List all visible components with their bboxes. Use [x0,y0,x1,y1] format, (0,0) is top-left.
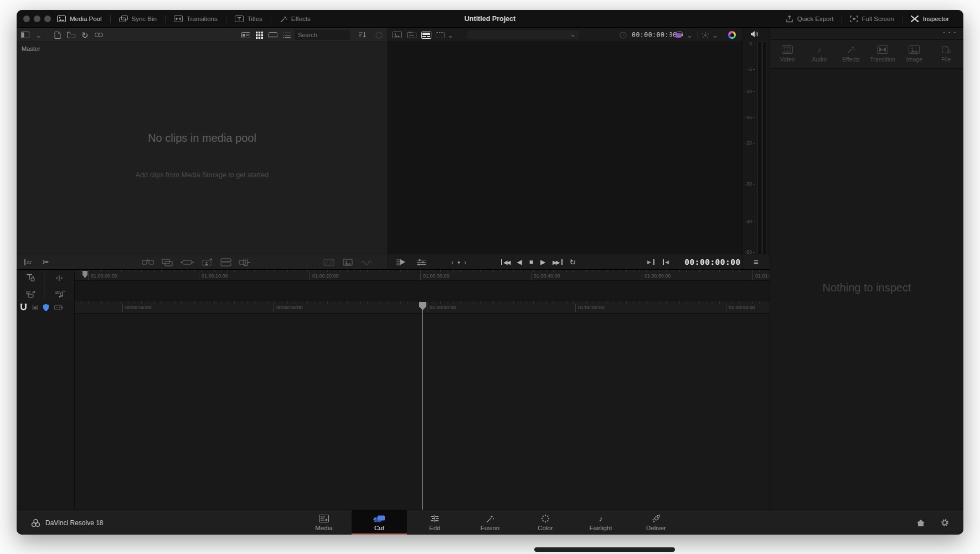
page-tab-edit[interactable]: Edit [407,510,462,535]
viewer-zoom-chevron-icon[interactable]: ⌄ [447,32,453,39]
smart-insert-icon[interactable] [142,258,154,266]
fairlight-page-icon: ♪ [599,514,603,523]
filmstrip-view-icon[interactable] [269,32,277,38]
ruler-label: 01:00:20:00 [310,273,339,280]
full-screen-button[interactable]: Full Screen [842,10,902,28]
timeline-options-menu-icon[interactable]: ≡ [742,254,770,269]
strip-view-icon[interactable] [241,32,250,38]
bin-name-label[interactable]: Master [22,45,40,52]
effects-toggle[interactable]: Effects [271,10,319,28]
sort-icon[interactable] [359,32,367,38]
play-button[interactable]: ▶ [540,259,545,265]
transitions-toggle[interactable]: Transitions [166,10,226,28]
titles-toggle[interactable]: Titles [226,10,271,28]
ripple-overwrite-icon[interactable] [180,258,194,266]
trim-tool[interactable]: ‹|› [45,270,74,285]
snapping-magnet-icon[interactable] [20,304,27,311]
fast-review-icon[interactable] [396,258,407,266]
boring-detector-icon[interactable]: zz [24,259,32,265]
close-window-button[interactable] [23,16,30,22]
track-header-area[interactable] [17,314,75,510]
source-overwrite-icon[interactable] [239,258,251,266]
inspector-options-icon[interactable]: • • • [943,30,957,35]
timeline-mode-icon[interactable] [421,32,431,39]
media-pool-toggle[interactable]: Media Pool [49,10,110,28]
stop-button[interactable]: ■ [529,259,533,265]
close-up-icon[interactable] [201,258,213,266]
source-clip-mode-icon[interactable] [393,32,402,38]
source-tape-mode-icon[interactable] [407,32,416,38]
inspector-tab-file[interactable]: File [932,45,961,63]
jog-forward-icon[interactable]: › [464,258,466,266]
marker-brackets-icon[interactable]: [◉] [32,305,38,310]
battery-icon[interactable] [54,305,63,310]
upper-timeline-ruler[interactable]: 01:00:00:00 01:00:10:00 01:00:20:00 01:0… [75,270,770,281]
meter-tick-40: -40 [745,219,755,224]
meter-tick-10: -10 [745,89,755,94]
search-input[interactable] [295,30,350,40]
timeline-selector-dropdown[interactable]: ⌄ [467,30,579,39]
add-transition-icon[interactable] [323,259,334,266]
inspector-tab-video[interactable]: Video [773,45,802,63]
append-icon[interactable] [161,258,173,266]
speaker-icon[interactable] [750,30,759,38]
tools-icon[interactable] [417,259,426,266]
multicam-camera-icon[interactable] [675,32,684,38]
viewer-zoom-icon[interactable] [436,32,445,38]
sync-bin-toggle[interactable]: Sync Bin [111,10,165,28]
split-clip-scissors-icon[interactable]: ✂ [43,258,49,266]
bin-view-chevron-icon[interactable]: ⌄ [35,32,42,39]
play-to-out-button[interactable]: ▶ [647,259,654,265]
titles-icon [235,16,244,22]
page-tab-media[interactable]: Media [296,510,352,535]
page-tab-color[interactable]: Color [518,510,573,535]
camera-chevron-icon[interactable]: ⌄ [687,32,693,39]
add-title-icon[interactable] [343,259,353,266]
settings-gear-icon[interactable] [941,519,949,527]
play-reverse-button[interactable]: ◀ [517,259,522,265]
track-lock-tool[interactable] [17,270,45,285]
thumbnail-view-icon[interactable] [256,32,263,39]
project-manager-home-icon[interactable] [916,519,925,527]
video-only-edit-tool[interactable] [17,286,45,301]
go-to-last-frame-button[interactable]: ▶▶ [553,259,562,265]
go-to-first-frame-button[interactable]: ◀◀ [501,259,509,265]
audio-only-edit-tool[interactable] [45,286,74,301]
inspector-tab-transition[interactable]: Transition [868,45,897,63]
jog-back-icon[interactable]: ‹ [451,258,453,266]
play-from-in-button[interactable]: ◀ [663,259,669,265]
add-effect-icon[interactable] [361,259,372,265]
jog-dot-icon[interactable]: ● [457,260,460,265]
page-tab-fairlight[interactable]: ♪ Fairlight [573,510,628,535]
minimize-window-button[interactable] [34,16,40,22]
stabilize-sparkle-icon[interactable] [702,32,709,39]
quick-export-button[interactable]: Quick Export [778,10,842,28]
bin-list-toggle-icon[interactable] [21,32,29,38]
jog-control[interactable]: ‹ ● › [451,254,467,270]
import-media-icon[interactable] [54,32,61,39]
inspector-toggle[interactable]: Inspector [902,10,957,28]
app-version-label: DaVinci Resolve 18 [45,519,104,527]
viewer-screen[interactable] [388,42,742,254]
media-pool-toolbar: ⌄ ↻ [17,28,388,42]
upper-playhead-pin[interactable] [82,271,87,278]
import-folder-icon[interactable] [67,32,75,38]
color-wheel-icon[interactable] [728,31,736,39]
list-view-icon[interactable] [283,32,291,38]
place-on-top-icon[interactable] [220,258,231,266]
page-tab-cut[interactable]: Cut [352,510,407,535]
inspector-tab-image[interactable]: Image [900,45,929,63]
media-pool-content[interactable]: Master No clips in media pool Add clips … [17,42,388,254]
upper-timeline-strip[interactable] [75,281,770,301]
loop-button[interactable]: ↻ [570,258,576,266]
page-tab-deliver[interactable]: Deliver [628,510,684,535]
relink-icon[interactable] [94,32,104,38]
inspector-tab-effects[interactable]: Effects [837,45,865,63]
fx-chevron-icon[interactable]: ⌄ [712,32,718,39]
color-page-icon [541,514,550,523]
page-tab-fusion[interactable]: Fusion [462,510,518,535]
refresh-icon[interactable]: ↻ [81,31,89,39]
inspector-tab-audio[interactable]: ♪ Audio [805,46,834,63]
shield-icon[interactable] [43,304,49,311]
playhead-timecode[interactable]: 00:00:00:00 [686,254,739,270]
